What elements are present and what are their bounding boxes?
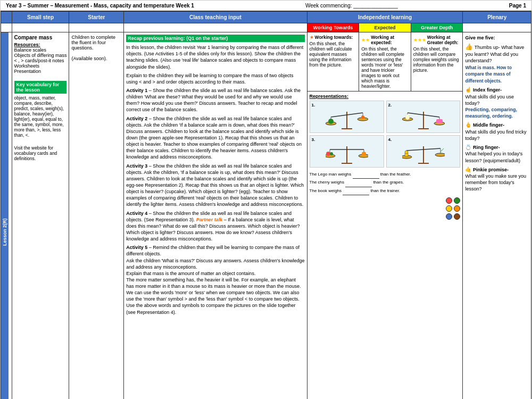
index-skills: Predicting, comparing, measuring, orderi…: [465, 107, 517, 119]
activity-5: Activity 5 – Remind the children that th…: [126, 244, 304, 315]
gd-text: On this sheet, the children will compare…: [413, 46, 461, 73]
worksheet-line-3: The book weighs than the trainer.: [310, 187, 461, 195]
svg-rect-16: [436, 119, 443, 123]
rep-3: 3.: [310, 135, 384, 168]
vocab-list: object, mass, matter, compare, describe,…: [14, 95, 67, 138]
exp-text: On this sheet, the children will complet…: [361, 46, 409, 89]
middle-section: 🖕 Middle finger- What skills did you fin…: [465, 121, 529, 142]
resource-3: < , > cards/post-it notes: [14, 58, 67, 63]
index-section: ☝️ Index finger- What skills did you use…: [465, 86, 529, 119]
resource-2: Objects of differing mass: [14, 53, 67, 58]
visit-text: Visit the website for vocabulary cards a…: [14, 145, 67, 161]
pinkie-text: What will you make sure you remember fro…: [465, 173, 526, 192]
representations-section: Representations: 1.: [307, 92, 463, 222]
greater-depth-header: Greater Depth: [411, 23, 463, 32]
svg-point-8: [361, 115, 364, 119]
ring-text: What helped you in today's lesson? (equi…: [465, 151, 522, 163]
ring-section: 💍 Ring finger- What helped you in today'…: [465, 144, 529, 164]
plenary-title: Give me five:: [465, 35, 529, 41]
svg-point-27: [362, 152, 366, 156]
worksheet-section: The Lego man weighs than the feather. Th…: [310, 171, 461, 195]
rep-2: 2.: [386, 101, 461, 133]
lesson-label-cell: Lesson 2(R): [1, 32, 12, 400]
page-number: Page 1: [509, 3, 526, 9]
svg-point-34: [435, 153, 445, 156]
scale-svg-4: [402, 142, 445, 165]
thumbs-section: 👍 Thumbs up- What have you learnt? What …: [465, 43, 529, 84]
small-step-header: Small step: [12, 12, 69, 23]
answer-circles: [310, 197, 461, 220]
lesson-label: Lesson 2(R): [1, 32, 9, 399]
lesson-col-header: [1, 12, 12, 23]
teaching-cell: Recap previous learning: (Q1 on the star…: [124, 32, 307, 400]
activity-3: Activity 3 – Show the children the slide…: [126, 163, 304, 208]
teaching-intro: In this lesson, the children revisit Yea…: [126, 44, 304, 70]
index-text: What skills did you use today?: [465, 94, 514, 106]
exp-title: Working at expected:: [371, 35, 409, 45]
resource-4: Worksheets: [14, 63, 67, 69]
greater-depth-col: ★★★ Working at Greater depth: On this sh…: [411, 32, 463, 91]
svg-point-36: [405, 151, 408, 154]
worksheet-line-2: The cherry weighs than the grapes.: [310, 179, 461, 187]
middle-text: What skills did you find tricky today?: [465, 129, 526, 141]
week-commencing: Week commencing: _______________: [305, 3, 398, 9]
teaching-header: Class teaching input: [124, 12, 307, 23]
worksheet-line-1: The Lego man weighs than the feather.: [310, 171, 461, 179]
compare-mass-title: Compare mass: [14, 35, 67, 40]
resources-label: Resources:: [14, 42, 67, 47]
pinkie-label: Pinkie promise-: [473, 167, 509, 172]
activity-4: Activity 4 – Show the children the slide…: [126, 210, 304, 243]
expected-col: ★★ Working at expected: On this sheet, t…: [359, 32, 411, 91]
small-step-sub-empty: [12, 23, 69, 32]
rep-1: 1.: [310, 101, 384, 133]
page-title: Year 3 – Summer – Measurement - Mass, ca…: [6, 3, 194, 9]
indep-sub-headers-cell: Working Towards Expected Greater Depth: [307, 23, 463, 32]
plenary-sub-empty: [463, 23, 531, 32]
activity-1: Activity 1 – Show the children the slide…: [126, 87, 304, 113]
recap-label: Recap previous learning: (Q1 on the star…: [126, 35, 304, 42]
scale-svg-3: [326, 142, 368, 165]
lesson-sub-empty: [1, 23, 12, 32]
scale-svg-1: [326, 107, 368, 131]
rep-4: 4.: [386, 135, 461, 168]
starter-available: (Available soon).: [71, 56, 121, 61]
key-vocab-box: Key vocabulary for the lesson: [14, 81, 67, 94]
what-is-mass: What is mass. How to compare the mass of…: [465, 65, 511, 84]
resource-5: Presentation: [14, 69, 67, 74]
svg-point-7: [328, 119, 334, 124]
ring-label: Ring finger-: [473, 145, 500, 150]
representations-label: Representations:: [310, 94, 461, 99]
wt-title: Working towards:: [315, 35, 353, 40]
page-header: Year 3 – Summer – Measurement - Mass, ca…: [1, 1, 531, 11]
indep-header: Independent learning: [307, 12, 463, 23]
plenary-cell: Give me five: 👍 Thumbs up- What have you…: [463, 32, 531, 400]
svg-point-17: [405, 114, 410, 120]
teaching-explain: Explain to the children they will be lea…: [126, 72, 304, 85]
resource-1: Balance scales: [14, 47, 67, 53]
gd-title: Working at Greater depth:: [427, 35, 461, 45]
teaching-sub-empty: [124, 23, 307, 32]
middle-label: Middle finger-: [473, 122, 504, 128]
expected-header: Expected: [359, 23, 411, 32]
wt-text: On this sheet, the children will calcula…: [310, 41, 357, 68]
plenary-header: Plenary: [463, 12, 531, 23]
indep-cell: ★ Working towards: On this sheet, the ch…: [307, 32, 463, 400]
starter-text: Children to complete the fluent in four …: [71, 35, 121, 51]
pinkie-section: 🤙 Pinkie promise- What will you make sur…: [465, 166, 529, 193]
svg-point-26: [330, 152, 333, 155]
index-label: Index finger-: [473, 87, 502, 93]
thumb-text: Thumbs up- What have you learnt? What di…: [465, 45, 524, 63]
starter-cell: Children to complete the fluent in four …: [69, 32, 124, 400]
working-towards-col: ★ Working towards: On this sheet, the ch…: [307, 32, 360, 91]
svg-point-25: [326, 152, 330, 156]
starter-sub-empty: [69, 23, 124, 32]
starter-header: Starter: [69, 12, 124, 23]
small-step-cell: Compare mass Resources: Balance scales O…: [12, 32, 69, 400]
working-towards-header: Working Towards: [307, 23, 360, 32]
activity-2: Activity 2 – Show the children the slide…: [126, 115, 304, 161]
scale-svg-2: [402, 107, 445, 131]
